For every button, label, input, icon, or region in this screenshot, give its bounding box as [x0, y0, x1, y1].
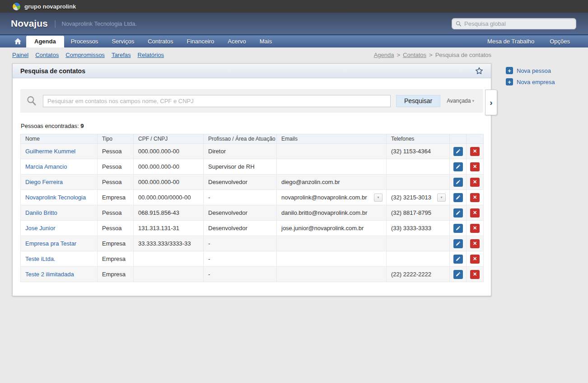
nav-right-item[interactable]: Mesa de Trabalho: [485, 35, 536, 47]
contact-name-link[interactable]: Teste iLtda.: [25, 255, 56, 262]
novaprolink-logo-icon: [13, 3, 20, 10]
pencil-icon: [455, 180, 461, 185]
delete-contact-button[interactable]: ✕: [470, 147, 480, 156]
edit-contact-button[interactable]: [453, 193, 463, 202]
breadcrumb-item[interactable]: Agenda: [374, 52, 400, 58]
pencil-icon: [455, 226, 461, 231]
contact-name-link[interactable]: Diego Ferreira: [25, 179, 63, 185]
delete-contact-button[interactable]: ✕: [470, 239, 480, 248]
favorite-button[interactable]: [475, 66, 484, 76]
panel-body: Pesquisar Avançada ▾ Pessoas encontradas…: [13, 78, 491, 296]
contact-phone-cell: ▾: [387, 236, 450, 251]
subnav-link[interactable]: Contatos: [35, 52, 59, 58]
search-button[interactable]: Pesquisar: [396, 95, 440, 107]
contact-email-cell: diego@anzolin.com.br ▾: [277, 175, 387, 190]
contact-cpf-cell: 000.000.000-00: [134, 159, 204, 175]
edit-contact-button[interactable]: [453, 255, 463, 264]
contact-profession-cell: -: [204, 267, 277, 282]
contact-email-cell: danilo.britto@novaprolink.com.br ▾: [277, 205, 387, 221]
contact-type-cell: Empresa: [98, 236, 134, 251]
subnav-link[interactable]: Relatórios: [138, 52, 164, 58]
table-row: Novaprolink Tecnologia Empresa 00.000.00…: [21, 190, 484, 205]
contact-name-link[interactable]: Marcia Amancio: [25, 163, 67, 170]
edit-contact-button[interactable]: [453, 239, 463, 248]
contact-phone-cell: (33) 3333-3333 ▾: [387, 221, 450, 236]
quick-action-link[interactable]: + Nova empresa: [506, 78, 555, 85]
edit-contact-button[interactable]: [453, 162, 463, 171]
contact-name-link[interactable]: Novaprolink Tecnologia: [25, 194, 86, 201]
nav-right-item[interactable]: Opções: [548, 35, 572, 47]
phone-dropdown-button[interactable]: ▾: [437, 194, 446, 202]
delete-contact-button[interactable]: ✕: [470, 193, 480, 202]
subnav-link[interactable]: Compromissos: [65, 52, 105, 58]
app-header: Novajus | Novaprolink Tecnologia Ltda.: [0, 13, 588, 34]
chevron-down-icon: ▾: [472, 99, 474, 103]
delete-contact-button[interactable]: ✕: [470, 162, 480, 171]
pencil-icon: [455, 149, 461, 154]
contact-name-link[interactable]: Guilherme Kummel: [25, 148, 75, 155]
nav-tab[interactable]: Acervo: [221, 35, 252, 47]
breadcrumb: AgendaContatosPesquisa de contatos: [374, 52, 491, 58]
contact-type-cell: Pessoa: [98, 159, 134, 175]
contact-name-link[interactable]: Danilo Britto: [25, 209, 57, 216]
header-divider: |: [54, 19, 56, 28]
global-search-input[interactable]: [464, 20, 572, 27]
close-icon: ✕: [473, 256, 477, 262]
contact-search-input[interactable]: [43, 95, 391, 107]
close-icon: ✕: [473, 225, 477, 231]
contact-phone-cell: ▾: [387, 251, 450, 267]
global-search-box[interactable]: [452, 18, 576, 29]
breadcrumb-item[interactable]: Contatos: [403, 52, 433, 58]
contacts-table: NomeTipoCPF / CNPJProfissao / Área de At…: [20, 134, 484, 282]
star-icon: [475, 66, 484, 76]
nav-tab[interactable]: Agenda: [26, 36, 64, 47]
edit-contact-button[interactable]: [453, 208, 463, 218]
contact-cpf-cell: 131.313.131-31: [134, 221, 204, 236]
delete-contact-button[interactable]: ✕: [470, 270, 480, 279]
contact-profession-cell: -: [204, 190, 277, 205]
close-icon: ✕: [473, 164, 477, 170]
edit-contact-button[interactable]: [453, 147, 463, 156]
contact-cpf-cell: 33.333.333/3333-33: [134, 236, 204, 251]
nav-tab[interactable]: Processos: [64, 35, 105, 47]
brand-text: grupo novaprolink: [24, 3, 76, 10]
advanced-search-link[interactable]: Avançada ▾: [447, 98, 474, 104]
contact-type-cell: Empresa: [98, 190, 134, 205]
pencil-icon: [455, 272, 461, 277]
breadcrumb-item[interactable]: Pesquisa de contatos: [435, 52, 491, 58]
delete-contact-button[interactable]: ✕: [470, 255, 480, 264]
top-brand-bar: grupo novaprolink: [0, 0, 588, 13]
home-icon: [14, 38, 22, 45]
close-icon: ✕: [473, 271, 477, 277]
contact-name-link[interactable]: Jose Junior: [25, 225, 55, 232]
subnav-link[interactable]: Tarefas: [112, 52, 131, 58]
email-dropdown-button[interactable]: ▾: [374, 194, 383, 202]
column-header: Profissao / Área de Atuação: [204, 134, 277, 144]
table-row: Teste 2 ilimitadada Empresa - ▾: [21, 267, 484, 282]
nav-tab[interactable]: Financeiro: [180, 35, 221, 47]
subnav-link[interactable]: Painel: [12, 52, 28, 58]
contact-type-cell: Pessoa: [98, 175, 134, 190]
table-row: Guilherme Kummel Pessoa 000.000.000-00 D…: [21, 144, 484, 159]
nav-tab[interactable]: Mais: [253, 35, 279, 47]
nav-tab[interactable]: Serviços: [105, 35, 141, 47]
contact-name-link[interactable]: Empresa pra Testar: [25, 240, 76, 247]
edit-contact-button[interactable]: [453, 224, 463, 233]
pencil-icon: [455, 210, 461, 216]
delete-contact-button[interactable]: ✕: [470, 178, 480, 187]
pencil-icon: [455, 164, 461, 170]
edit-contact-button[interactable]: [453, 270, 463, 279]
nav-tab[interactable]: Contratos: [141, 35, 180, 47]
column-header: [450, 134, 467, 144]
edit-contact-button[interactable]: [453, 178, 463, 187]
collapse-side-panel-toggle[interactable]: ›: [485, 90, 497, 115]
results-count: 9: [80, 123, 84, 129]
contact-name-link[interactable]: Teste 2 ilimitadada: [25, 271, 74, 278]
chevron-right-icon: ›: [490, 98, 492, 108]
contact-cpf-cell: [134, 267, 204, 282]
delete-contact-button[interactable]: ✕: [470, 224, 480, 233]
delete-contact-button[interactable]: ✕: [470, 208, 480, 218]
plus-icon: +: [506, 67, 513, 74]
home-button[interactable]: [12, 35, 26, 47]
quick-action-link[interactable]: + Nova pessoa: [506, 67, 555, 74]
